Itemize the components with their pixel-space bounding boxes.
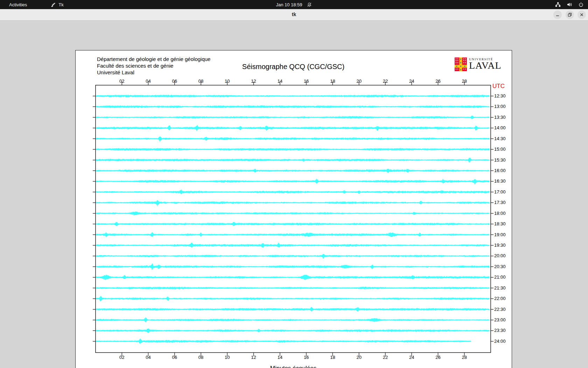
close-icon[interactable] — [578, 11, 586, 19]
seismogram-trace-row — [96, 190, 489, 194]
x-axis-title: Minutes écoulées — [76, 365, 511, 368]
tk-feather-icon — [51, 2, 56, 7]
focused-app-menu[interactable]: Tk — [51, 2, 63, 7]
seismogram-trace-row — [96, 169, 489, 173]
gnome-top-bar: Activities Tk Jan 10 18:59 — [0, 0, 588, 9]
clock-label: Jan 10 18:59 — [276, 2, 302, 7]
seismogram-trace-row — [96, 211, 489, 216]
clock-menu[interactable]: Jan 10 18:59 — [276, 2, 312, 7]
seismogram-trace-row — [96, 275, 489, 280]
seismogram-trace-row — [96, 264, 489, 270]
system-status-area[interactable] — [555, 2, 584, 7]
seismogram-trace-row — [96, 179, 489, 184]
window-titlebar[interactable]: tk — [0, 9, 588, 21]
seismogram-trace-row — [96, 158, 489, 163]
seismogram-trace-row — [96, 307, 489, 312]
seismogram-trace-row — [96, 296, 489, 302]
network-icon — [555, 2, 561, 7]
seismogram-trace-row — [96, 328, 489, 333]
focused-app-name: Tk — [58, 2, 63, 7]
power-icon — [578, 2, 584, 7]
seismogram-trace-row — [96, 105, 489, 108]
volume-icon — [567, 2, 572, 7]
seismogram-plot — [76, 50, 512, 368]
seismogram-trace-row — [96, 200, 489, 206]
seismogram-trace-row — [96, 222, 489, 226]
window-title: tk — [0, 12, 588, 17]
seismogram-trace-row — [96, 317, 489, 322]
seismograph-canvas: Département de géologie et de génie géol… — [75, 50, 512, 368]
seismogram-trace-row — [96, 243, 489, 248]
minimize-button[interactable] — [553, 11, 562, 19]
seismogram-trace-row — [96, 287, 489, 289]
seismogram-trace-row — [96, 254, 489, 259]
seismogram-trace-row — [96, 116, 489, 119]
seismogram-trace-row — [96, 148, 489, 151]
bell-muted-icon — [307, 2, 312, 7]
seismogram-trace-row — [96, 125, 489, 131]
seismogram-trace-row — [96, 339, 471, 344]
restore-button[interactable] — [566, 11, 574, 19]
seismogram-trace-row — [96, 232, 489, 237]
seismogram-trace-row — [96, 95, 489, 97]
activities-button[interactable]: Activities — [7, 1, 29, 8]
tk-window-body: Département de géologie et de génie géol… — [0, 21, 588, 368]
seismogram-trace-row — [96, 137, 489, 142]
